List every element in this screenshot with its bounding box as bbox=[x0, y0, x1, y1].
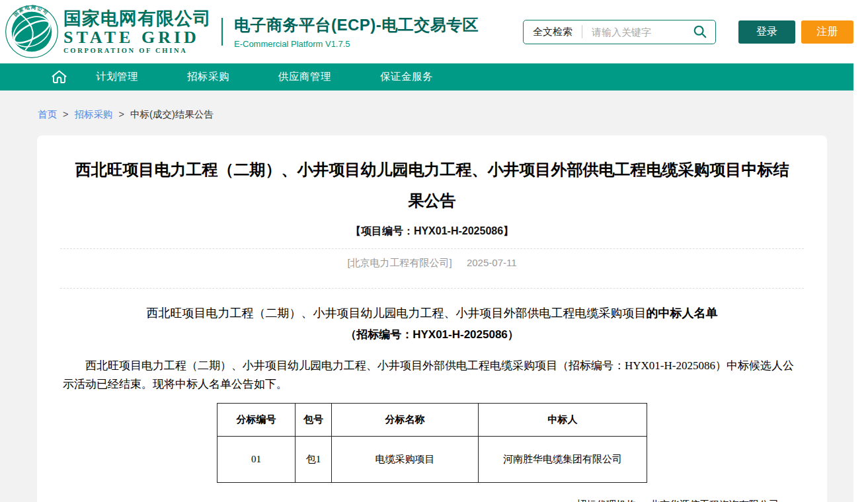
winner-list-heading-project: 西北旺项目电力工程（二期）、小井项目幼儿园电力工程、小井项目外部供电工程电缆采购… bbox=[147, 306, 647, 320]
publisher-name: [北京电力工程有限公司] bbox=[347, 257, 452, 268]
main-nav: 计划管理 招标采购 供应商管理 保证金服务 bbox=[0, 63, 853, 90]
breadcrumb-bidding-link[interactable]: 招标采购 bbox=[75, 109, 113, 120]
logo-en-subtext: CORPORATION OF CHINA bbox=[63, 47, 212, 54]
table-header-row: 分标编号 包号 分标名称 中标人 bbox=[217, 404, 647, 437]
home-icon[interactable] bbox=[50, 68, 68, 86]
nav-item-bidding-procurement[interactable]: 招标采购 bbox=[187, 70, 229, 84]
login-button[interactable]: 登录 bbox=[738, 20, 795, 44]
breadcrumb: 首页 > 招标采购 > 中标(成交)结果公告 bbox=[0, 90, 853, 121]
page-body: 首页 > 招标采购 > 中标(成交)结果公告 西北旺项目电力工程（二期）、小井项… bbox=[0, 90, 853, 502]
search-box: 全文检索 bbox=[523, 20, 716, 44]
breadcrumb-home-link[interactable]: 首页 bbox=[38, 109, 57, 120]
announcement-title: 西北旺项目电力工程（二期）、小井项目幼儿园电力工程、小井项目外部供电工程电缆采购… bbox=[73, 154, 791, 216]
agency-line: 招标代理机构：北京华源信工程咨询有限公司 bbox=[576, 496, 779, 502]
winner-table: 分标编号 包号 分标名称 中标人 01 包1 电缆采购项目 河南胜华电缆集团有限… bbox=[217, 403, 647, 483]
agency-name: 北京华源信工程咨询有限公司 bbox=[650, 499, 779, 502]
agency-label: 招标代理机构： bbox=[576, 499, 646, 502]
logo-cn-text: 国家电网有限公司 bbox=[63, 9, 212, 29]
logo-wordmark: 国家电网有限公司 STATE GRID CORPORATION OF CHINA bbox=[63, 9, 212, 55]
search-icon[interactable] bbox=[693, 24, 715, 39]
winner-list-heading-suffix: 的中标人名单 bbox=[647, 306, 718, 320]
col-header-section-name: 分标名称 bbox=[332, 404, 479, 437]
state-grid-globe-logo: 国家电网公司 bbox=[5, 5, 59, 59]
byline: [北京电力工程有限公司] 2025-07-11 bbox=[60, 249, 804, 278]
winner-list-heading: 西北旺项目电力工程（二期）、小井项目幼儿园电力工程、小井项目外部供电工程电缆采购… bbox=[60, 305, 804, 321]
platform-title-block: 电子商务平台(ECP)-电工交易专区 E-Commercial Platform… bbox=[234, 15, 479, 49]
search-input[interactable] bbox=[582, 26, 693, 38]
breadcrumb-separator: > bbox=[63, 109, 68, 120]
col-header-section-no: 分标编号 bbox=[217, 404, 296, 437]
register-button[interactable]: 注册 bbox=[801, 20, 853, 44]
site-header: 国家电网公司 国家电网有限公司 STATE GRID CORPORATION O… bbox=[0, 0, 853, 63]
project-number: 【项目编号：HYX01-H-2025086】 bbox=[60, 225, 804, 238]
col-header-winner: 中标人 bbox=[479, 404, 647, 437]
table-row: 01 包1 电缆采购项目 河南胜华电缆集团有限公司 bbox=[217, 437, 647, 483]
dashed-divider bbox=[60, 288, 804, 289]
announcement-body: 西北旺项目电力工程（二期）、小井项目幼儿园电力工程、小井项目外部供电工程电缆采购… bbox=[63, 357, 801, 394]
tender-contacts: 招标代理机构：北京华源信工程咨询有限公司 招标人：北京电力工程有限公司 bbox=[576, 496, 779, 502]
platform-subtitle: E-Commercial Platform V1.7.5 bbox=[234, 39, 479, 49]
header-divider bbox=[221, 18, 223, 46]
cell-section-no: 01 bbox=[217, 437, 296, 483]
col-header-package-no: 包号 bbox=[296, 404, 332, 437]
cell-section-name: 电缆采购项目 bbox=[332, 437, 479, 483]
nav-item-plan-management[interactable]: 计划管理 bbox=[96, 70, 138, 84]
search-scope-label[interactable]: 全文检索 bbox=[524, 26, 582, 38]
publish-date: 2025-07-11 bbox=[467, 257, 517, 268]
nav-item-supplier-management[interactable]: 供应商管理 bbox=[278, 70, 331, 84]
tender-number-line: （招标编号：HYX01-H-2025086） bbox=[60, 327, 804, 342]
platform-title: 电子商务平台(ECP)-电工交易专区 bbox=[234, 15, 479, 36]
breadcrumb-current: 中标(成交)结果公告 bbox=[130, 109, 214, 120]
page-content: 国家电网公司 国家电网有限公司 STATE GRID CORPORATION O… bbox=[0, 0, 853, 502]
cell-package-no: 包1 bbox=[296, 437, 332, 483]
announcement-card: 西北旺项目电力工程（二期）、小井项目幼儿园电力工程、小井项目外部供电工程电缆采购… bbox=[37, 135, 827, 502]
breadcrumb-separator: > bbox=[119, 109, 124, 120]
nav-item-deposit-service[interactable]: 保证金服务 bbox=[380, 70, 433, 84]
logo-en-text: STATE GRID bbox=[63, 28, 212, 46]
cell-winner: 河南胜华电缆集团有限公司 bbox=[479, 437, 647, 483]
